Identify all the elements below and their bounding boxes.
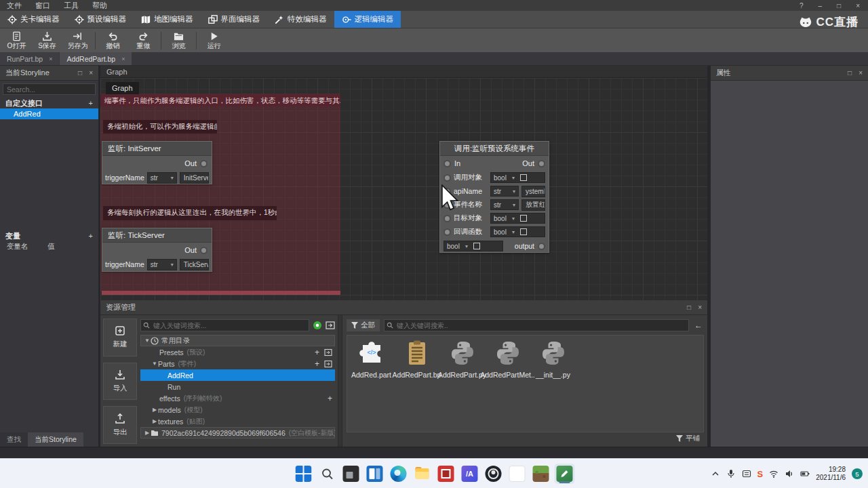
type-dropdown[interactable]: str▾	[147, 259, 177, 270]
node-title-bar[interactable]: 调用:监听预设系统事件	[440, 142, 549, 156]
editor-tab-地图编辑器[interactable]: 地图编辑器	[134, 11, 201, 28]
out-port[interactable]	[538, 160, 545, 167]
close-panel-icon[interactable]: ×	[89, 69, 93, 77]
graph-canvas[interactable]: Graph 端事件，只能作为服务端逻辑的入口，比如伤害，状态，移动等等需要与其.…	[100, 78, 707, 300]
tree-row-AddRed[interactable]: AddRed	[140, 369, 335, 381]
type-dropdown[interactable]: str▾	[490, 199, 519, 210]
minimize-button[interactable]: –	[818, 2, 823, 9]
collapse-tree-icon[interactable]	[326, 321, 335, 330]
resource-button-new[interactable]: 新建	[103, 319, 137, 357]
node-listen-tickserver[interactable]: 监听: TickServerOuttriggerNamestr▾TickServ…	[102, 228, 212, 272]
param-value-field[interactable]: TickServer	[180, 259, 209, 270]
output-type-dropdown[interactable]: bool ▾	[443, 241, 503, 251]
resource-button-import[interactable]: 导入	[103, 363, 137, 401]
ime-icon[interactable]	[742, 469, 751, 479]
maximize-button[interactable]: □	[837, 2, 841, 9]
snip-taskbar-icon[interactable]	[436, 464, 456, 484]
search-taskbar-icon[interactable]	[317, 464, 338, 484]
graph-comment[interactable]: 务端初始化，可以作为服务端逻辑的入口	[103, 120, 217, 134]
toolbar-button-save-as[interactable]: 另存为	[62, 31, 93, 49]
sogou-input-icon[interactable]: S	[757, 470, 764, 479]
in-port[interactable]	[443, 228, 451, 236]
capture-taskbar-icon[interactable]	[341, 464, 361, 484]
microphone-icon[interactable]	[726, 469, 736, 479]
type-dropdown[interactable]: str▾	[147, 172, 177, 184]
node-listen-initserver[interactable]: 监听: InitServerOuttriggerNamestr▾InitServ…	[102, 141, 212, 184]
type-dropdown[interactable]: bool▾	[490, 172, 545, 183]
in-port[interactable]	[443, 160, 451, 167]
tree-row-models[interactable]: ▶models(模型)	[140, 404, 335, 415]
in-port[interactable]	[443, 188, 451, 195]
editor-tab-特效编辑器[interactable]: 特效编辑器	[267, 11, 334, 28]
close-tab-icon[interactable]: ×	[121, 56, 125, 62]
out-port[interactable]	[200, 160, 208, 167]
locate-asset-icon[interactable]	[313, 321, 322, 330]
add-item-button[interactable]: +	[315, 348, 319, 357]
chevron-down-icon[interactable]: ▼	[151, 361, 158, 367]
tree-row-textures[interactable]: ▶textures(贴图)	[140, 415, 335, 427]
chevron-down-icon[interactable]: ▼	[144, 338, 151, 344]
close-button[interactable]: ×	[856, 2, 860, 9]
toolbar-button-open[interactable]: O打开	[1, 31, 32, 49]
asset-search-input[interactable]	[384, 319, 689, 331]
edge-taskbar-icon[interactable]	[389, 464, 409, 484]
storyline-item-AddRed[interactable]: AddRed	[0, 108, 98, 119]
checkbox[interactable]	[520, 174, 527, 181]
checkbox[interactable]	[473, 243, 480, 249]
back-arrow-button[interactable]: ←	[693, 321, 704, 330]
type-dropdown[interactable]: bool▾	[490, 226, 545, 237]
menu-item[interactable]: 工具	[57, 1, 85, 11]
battery-icon[interactable]	[800, 469, 810, 479]
close-panel-icon[interactable]: ×	[859, 69, 863, 77]
node-title-bar[interactable]: 监听: TickServer	[102, 228, 212, 243]
chevron-right-icon[interactable]: ▶	[144, 430, 151, 436]
param-value-field[interactable]: InitServer	[180, 172, 209, 184]
node-call-listen-preset-system-event[interactable]: 调用:监听预设系统事件 In Out 调用对象bool▾apiNamestr▾y…	[439, 141, 549, 253]
menu-item[interactable]: 文件	[0, 1, 28, 11]
float-panel-icon[interactable]: □	[78, 69, 82, 77]
bottom-tab-当前Storyline[interactable]: 当前Storyline	[28, 432, 83, 447]
file-tab-RunPart.bp[interactable]: RunPart.bp×	[0, 52, 59, 65]
view-mode-button[interactable]: 平铺	[686, 434, 700, 443]
asset-file-AddRedPartMet..[interactable]: AddRedPartMet..	[485, 340, 530, 379]
menu-item[interactable]: 窗口	[28, 1, 57, 11]
param-value-field[interactable]: 放置红石	[521, 199, 545, 211]
editor-tab-预设编辑器[interactable]: 预设编辑器	[67, 11, 134, 28]
minecraft-taskbar-icon[interactable]	[531, 464, 551, 484]
toolbar-button-save[interactable]: S保存	[32, 31, 62, 49]
widgets-taskbar-icon[interactable]	[365, 464, 385, 484]
output-port[interactable]	[538, 243, 545, 250]
tree-row-常用目录[interactable]: ▼常用目录	[140, 335, 335, 346]
menu-item[interactable]: 帮助	[85, 1, 114, 11]
start-taskbar-icon[interactable]	[294, 464, 314, 484]
graph-comment[interactable]: 端事件，只能作为服务端逻辑的入口，比如伤害，状态，移动等等需要与其...	[100, 94, 340, 106]
editor-tab-关卡编辑器[interactable]: 关卡编辑器	[0, 11, 67, 28]
float-panel-icon[interactable]: □	[848, 69, 852, 77]
wifi-icon[interactable]	[769, 469, 778, 479]
toolbar-button-browse[interactable]: 浏览	[163, 31, 194, 49]
editor-tab-逻辑编辑器[interactable]: 逻辑编辑器	[334, 11, 401, 28]
obs-taskbar-icon[interactable]	[484, 464, 504, 484]
wps-taskbar-icon[interactable]	[507, 464, 528, 484]
node-title-bar[interactable]: 监听: InitServer	[102, 142, 212, 156]
close-panel-icon[interactable]: ×	[698, 304, 702, 311]
taskbar-clock[interactable]: 19:28 2021/11/6	[816, 466, 846, 483]
add-item-button[interactable]: +	[328, 394, 332, 403]
editor-tab-界面编辑器[interactable]: 界面编辑器	[201, 11, 268, 28]
close-tab-icon[interactable]: ×	[49, 56, 52, 62]
explorer-taskbar-icon[interactable]	[412, 464, 433, 484]
in-port[interactable]	[443, 201, 451, 209]
asset-file-AddRedPart.bp[interactable]: AddRedPart.bp	[394, 340, 439, 379]
out-port[interactable]	[200, 247, 208, 254]
open-in-panel-icon[interactable]	[324, 348, 332, 357]
toolbar-button-undo[interactable]: 撤销	[98, 31, 128, 49]
checkbox[interactable]	[520, 215, 527, 222]
storyline-search-input[interactable]	[3, 83, 96, 95]
speaker-icon[interactable]	[785, 469, 794, 479]
tree-row-Run[interactable]: Run	[140, 381, 335, 392]
tree-row-effects[interactable]: effects(序列帧特效)+	[140, 392, 335, 404]
in-port[interactable]	[443, 215, 451, 222]
graph-tab[interactable]: Graph	[106, 82, 139, 94]
toolbar-button-run[interactable]: 运行	[199, 31, 229, 49]
tree-row-Parts[interactable]: ▼Parts(零件)+	[140, 358, 335, 369]
